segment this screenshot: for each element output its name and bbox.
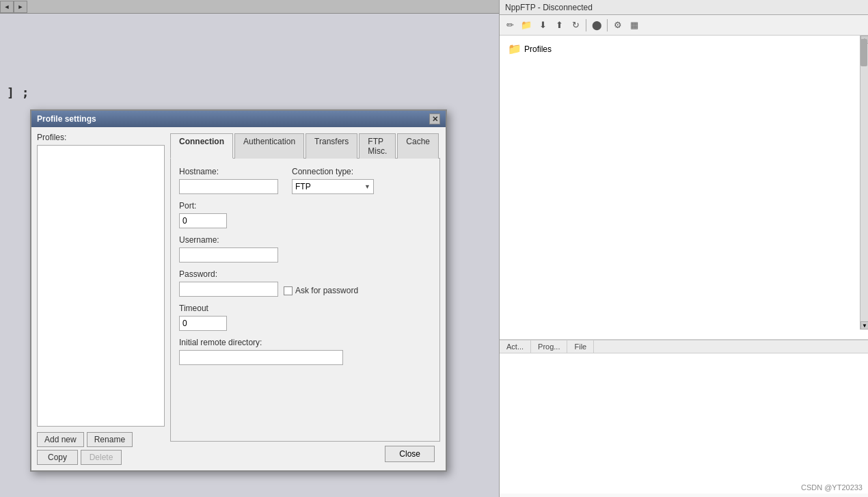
delete-button[interactable]: Delete	[81, 450, 122, 465]
username-col: Username:	[179, 235, 431, 263]
grid-icon[interactable]: ▦	[627, 18, 642, 33]
scrollbar-thumb[interactable]	[860, 39, 867, 66]
ftp-title: NppFTP - Disconnected	[505, 3, 593, 12]
tab-authentication[interactable]: Authentication	[234, 133, 304, 159]
ftp-file-area: 📁 Profiles	[500, 36, 868, 340]
profiles-folder-item[interactable]: 📁 Profiles	[505, 41, 863, 57]
dialog-close-main-button[interactable]: Close	[385, 446, 435, 462]
port-input[interactable]	[179, 213, 227, 228]
password-col: Password:	[179, 269, 278, 297]
scroll-down-arrow[interactable]: ▼	[860, 321, 868, 330]
conntype-label: Connection type:	[292, 167, 374, 176]
folder-icon-yellow: 📁	[508, 42, 521, 55]
hostname-col: Hostname:	[179, 167, 278, 194]
settings-icon[interactable]: ⚙	[610, 18, 625, 33]
log-tab-progress[interactable]: Prog...	[531, 340, 567, 353]
profiles-list-label: Profiles:	[37, 133, 165, 142]
remote-dir-col: Initial remote directory:	[179, 338, 431, 365]
timeout-input[interactable]	[179, 316, 227, 331]
dialog-title: Profile settings	[37, 114, 96, 124]
scrollbar-right[interactable]: ▲ ▼	[860, 36, 868, 330]
watermark: CSDN @YT20233	[801, 483, 863, 492]
remote-dir-label: Initial remote directory:	[179, 338, 431, 347]
pencil-icon[interactable]: ✏	[502, 18, 517, 33]
password-input[interactable]	[179, 282, 278, 297]
tab-connection[interactable]: Connection	[170, 133, 233, 159]
username-input[interactable]	[179, 247, 278, 263]
hostname-conntype-row: Hostname: Connection type: FTP ▼	[179, 167, 431, 194]
ask-password-checkbox[interactable]	[284, 286, 293, 295]
refresh-icon[interactable]: ↻	[568, 18, 583, 33]
dialog-body: Profiles: Add new Rename Copy Delete Con…	[31, 127, 446, 470]
ask-password-row: Ask for password	[284, 286, 358, 295]
hostname-input[interactable]	[179, 179, 278, 194]
folder-icon[interactable]: 📁	[519, 18, 534, 33]
select-arrow-icon: ▼	[364, 183, 370, 190]
tab-content-connection: Hostname: Connection type: FTP ▼	[170, 159, 440, 442]
ftp-log-area: Act... Prog... File	[500, 340, 868, 497]
dialog-title-bar: Profile settings ✕	[31, 111, 446, 127]
dialog-footer: Close	[170, 442, 440, 465]
ftp-toolbar: ✏ 📁 ⬇ ⬆ ↻ ⬤ ⚙ ▦	[500, 15, 868, 36]
log-tabs: Act... Prog... File	[500, 340, 868, 353]
profiles-buttons: Add new Rename Copy Delete	[37, 432, 165, 465]
tabs-bar: Connection Authentication Transfers FTP …	[170, 133, 440, 159]
timeout-col: Timeout	[179, 304, 431, 331]
upload-icon[interactable]: ⬆	[552, 18, 567, 33]
profiles-folder-label: Profiles	[524, 44, 552, 54]
connection-type-select[interactable]: FTP ▼	[292, 179, 374, 194]
ftp-title-bar: NppFTP - Disconnected	[500, 0, 868, 15]
rename-button[interactable]: Rename	[87, 432, 133, 447]
port-label: Port:	[179, 201, 431, 211]
copy-button[interactable]: Copy	[37, 450, 78, 465]
log-tab-file[interactable]: File	[567, 340, 594, 353]
toolbar-separator2	[607, 19, 608, 31]
add-new-button[interactable]: Add new	[37, 432, 84, 447]
timeout-label: Timeout	[179, 304, 431, 313]
password-row: Password: Ask for password	[179, 269, 431, 297]
circle-icon[interactable]: ⬤	[589, 18, 604, 33]
profile-settings-dialog: Profile settings ✕ Profiles: Add new Ren…	[30, 109, 447, 472]
dialog-overlay: Profile settings ✕ Profiles: Add new Ren…	[0, 0, 499, 497]
connection-type-value: FTP	[295, 182, 311, 191]
download-icon[interactable]: ⬇	[535, 18, 550, 33]
tab-transfers[interactable]: Transfers	[306, 133, 357, 159]
profiles-list[interactable]	[37, 145, 165, 427]
profiles-panel: Profiles: Add new Rename Copy Delete	[37, 133, 165, 465]
watermark-text: CSDN @YT20233	[801, 483, 863, 492]
conntype-col: Connection type: FTP ▼	[292, 167, 374, 194]
username-label: Username:	[179, 235, 431, 245]
tab-ftp-misc[interactable]: FTP Misc.	[359, 133, 396, 159]
password-label: Password:	[179, 269, 278, 279]
remote-dir-input[interactable]	[179, 350, 343, 365]
ftp-panel: NppFTP - Disconnected ✏ 📁 ⬇ ⬆ ↻ ⬤ ⚙ ▦ 📁 …	[499, 0, 868, 497]
port-col: Port:	[179, 201, 431, 228]
toolbar-separator	[586, 19, 586, 31]
ask-password-label: Ask for password	[295, 286, 358, 295]
dialog-close-button[interactable]: ✕	[429, 113, 440, 124]
settings-panel: Connection Authentication Transfers FTP …	[170, 133, 440, 465]
log-tab-activity[interactable]: Act...	[500, 340, 531, 353]
log-content	[500, 353, 868, 494]
tab-cache[interactable]: Cache	[397, 133, 439, 159]
hostname-label: Hostname:	[179, 167, 278, 176]
